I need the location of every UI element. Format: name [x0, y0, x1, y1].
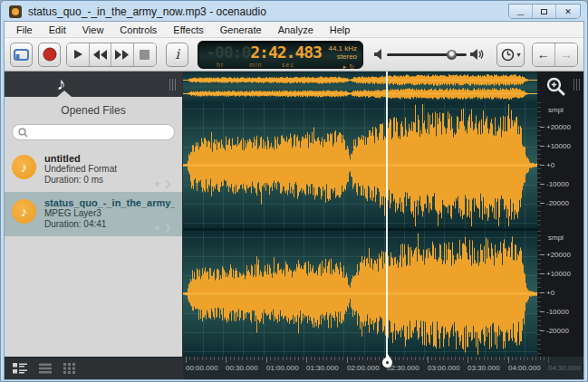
caret-down-icon: ▾ — [517, 51, 521, 59]
view-mode-list-button[interactable] — [39, 363, 52, 374]
maximize-button[interactable] — [533, 5, 556, 18]
main-area: ♪ Opened Files ♪ untitled — [5, 72, 583, 379]
amp-tick: -20000 — [546, 199, 569, 207]
amp-tick: +10000 — [546, 270, 571, 278]
sidebar-panel-icon — [14, 49, 29, 61]
app-window: status_quo_-_in_the_army_now.mp3 - ocena… — [0, 0, 588, 382]
panel-title: Opened Files — [5, 97, 182, 122]
menu-effects[interactable]: Effects — [165, 23, 211, 37]
minimize-button[interactable]: — — [509, 5, 533, 18]
sidebar-grip-handle[interactable] — [169, 79, 177, 91]
time-ghost-digits: -00:0 — [206, 43, 250, 62]
toolbar: i -00:02:42.483 hr min sec 44.1 kHz ster… — [5, 38, 583, 72]
time-tick: 00:00.000 — [186, 364, 218, 372]
time-tick: 01:30.000 — [306, 364, 339, 372]
sidebar-footer — [5, 357, 182, 379]
sample-rate-label: 44.1 kHz — [322, 44, 357, 53]
scale-unit-label: smpl — [548, 106, 564, 114]
close-icon: ✕ — [564, 7, 572, 16]
search-input[interactable] — [32, 127, 169, 138]
scale-channel-left[interactable]: smpl +20000 +10000 +0 -10000 -20000 — [537, 102, 583, 228]
opened-files-list: ♪ untitled Undefined Format Duration: 0 … — [5, 148, 182, 357]
back-button[interactable]: ← — [533, 43, 555, 66]
time-format-dropdown-button[interactable]: ▾ — [496, 43, 525, 67]
sidebar-toggle-button[interactable] — [10, 43, 33, 67]
menu-generate[interactable]: Generate — [212, 23, 270, 37]
favorite-star-icon[interactable]: ★ — [153, 224, 164, 233]
amp-tick: +20000 — [546, 251, 571, 259]
amp-tick: -20000 — [546, 327, 569, 335]
menu-controls[interactable]: Controls — [111, 23, 165, 37]
stop-button[interactable] — [134, 43, 156, 66]
fast-forward-button[interactable] — [111, 43, 134, 66]
menu-help[interactable]: Help — [322, 23, 359, 37]
time-display[interactable]: -00:02:42.483 hr min sec 44.1 kHz stereo… — [198, 41, 363, 69]
time-digits: -00:02:42.483 — [206, 43, 322, 62]
speaker-low-icon — [374, 49, 383, 60]
play-button[interactable] — [67, 43, 90, 66]
waveform-overview-strip[interactable] — [183, 72, 539, 102]
audio-file-icon: ♪ — [12, 155, 36, 179]
waveform-channel-left[interactable] — [183, 102, 539, 228]
time-tick: 03:30.000 — [468, 364, 500, 372]
active-tab-notch — [57, 91, 72, 97]
rewind-icon — [92, 50, 107, 60]
time-tick: 04:30.000 — [548, 364, 581, 372]
view-mode-grid-button[interactable] — [63, 363, 75, 374]
amp-tick: +10000 — [546, 142, 571, 150]
forward-button[interactable]: → — [555, 43, 577, 66]
unit-hr-label: hr — [217, 62, 224, 68]
scale-channel-right[interactable]: smpl +20000 +10000 +0 -10000 -20000 — [537, 231, 583, 357]
menu-analyze[interactable]: Analyze — [270, 23, 322, 37]
playhead-pin[interactable] — [382, 358, 392, 368]
volume-control — [374, 49, 484, 60]
volume-slider[interactable] — [387, 50, 467, 60]
menu-bar: File Edit View Controls Effects Generate… — [5, 22, 583, 38]
amp-tick: +0 — [546, 289, 554, 297]
file-name: untitled — [44, 153, 117, 164]
time-tick: 03:00.000 — [428, 364, 460, 372]
menu-file[interactable]: File — [8, 23, 41, 37]
info-button[interactable]: i — [166, 43, 188, 67]
menu-edit[interactable]: Edit — [41, 23, 74, 37]
close-button[interactable]: ✕ — [556, 5, 580, 18]
file-format: Undefined Format — [44, 164, 117, 175]
file-duration: Duration: 0 ms — [44, 175, 117, 186]
window-controls: — ✕ — [508, 4, 581, 19]
rewind-button[interactable] — [90, 43, 112, 66]
clock-icon — [501, 48, 515, 62]
sidebar: ♪ Opened Files ♪ untitled — [5, 72, 183, 379]
time-tick: 02:00.000 — [347, 364, 380, 372]
file-search-box[interactable] — [12, 124, 175, 140]
favorite-star-icon[interactable]: ★ — [153, 179, 164, 188]
panel-grip-handle[interactable] — [574, 79, 581, 91]
file-format: MPEG Layer3 — [44, 208, 175, 219]
amp-tick: +20000 — [546, 123, 571, 131]
volume-knob[interactable] — [447, 50, 457, 60]
maximize-icon — [541, 9, 547, 14]
playhead-line[interactable] — [386, 72, 388, 357]
waveform-region: smpl +20000 +10000 +0 -10000 -20000 smpl… — [183, 72, 583, 379]
waveform-channel-right[interactable] — [183, 231, 539, 357]
search-icon — [18, 128, 28, 138]
menu-view[interactable]: View — [74, 23, 112, 37]
channel-mode-label: stereo — [322, 53, 357, 61]
item-chevron-icon[interactable]: ❯ — [164, 179, 175, 188]
title-bar[interactable]: status_quo_-_in_the_army_now.mp3 - ocena… — [4, 3, 584, 21]
file-item-untitled[interactable]: ♪ untitled Undefined Format Duration: 0 … — [5, 148, 182, 192]
ruler-minor-ticks — [186, 357, 547, 360]
amp-tick: +0 — [546, 161, 554, 169]
record-button[interactable] — [38, 43, 61, 67]
transport-group — [66, 43, 157, 67]
amp-tick: -10000 — [546, 308, 569, 316]
audio-file-icon: ♪ — [12, 199, 36, 224]
sidebar-header: ♪ — [5, 72, 182, 97]
zoom-icon[interactable] — [545, 76, 567, 98]
app-frame: File Edit View Controls Effects Generate… — [4, 21, 584, 380]
time-tick: 00:30.000 — [226, 364, 258, 372]
file-item-status-quo[interactable]: ♪ status_quo_-_in_the_army_now.... MPEG … — [5, 192, 182, 236]
back-arrow-icon: ← — [537, 48, 550, 61]
loop-indicator-icon: ↻ — [349, 63, 357, 70]
view-mode-details-button[interactable] — [13, 363, 27, 374]
item-chevron-icon[interactable]: ❯ — [164, 224, 175, 233]
